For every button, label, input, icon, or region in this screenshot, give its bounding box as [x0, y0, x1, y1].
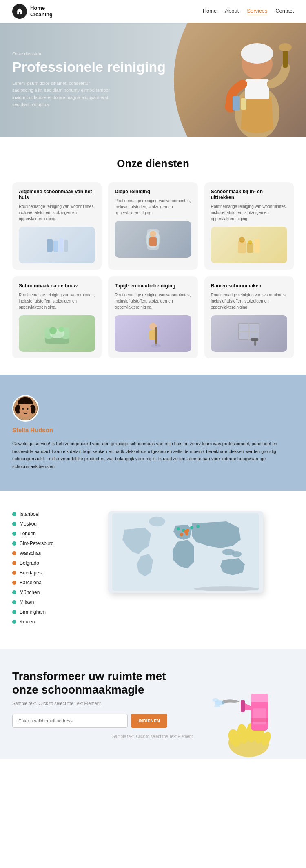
- location-name-9: Milaan: [20, 599, 34, 605]
- cta-section: Transformeer uw ruimte met onze schoonma…: [0, 649, 306, 759]
- cta-form: INDIENEN: [12, 714, 167, 728]
- svg-rect-17: [238, 241, 246, 253]
- avatar-image: [13, 395, 38, 422]
- location-dot-8: [12, 590, 16, 594]
- svg-rect-36: [251, 338, 258, 341]
- service-desc-1: Routinematige reiniging van woonruimtes,…: [115, 198, 191, 216]
- services-section: Onze diensten Algemene schoonmaak van he…: [0, 137, 306, 375]
- service-desc-4: Routinematige reiniging van woonruimtes,…: [115, 292, 191, 310]
- hero-description: Lorem ipsum dolor sit amet, consetetur s…: [12, 80, 110, 108]
- svg-point-67: [212, 698, 219, 702]
- svg-rect-9: [47, 239, 53, 252]
- svg-rect-12: [64, 240, 68, 252]
- location-dot-2: [12, 532, 16, 536]
- world-map-svg: [112, 513, 259, 591]
- hero-content: Onze diensten Professionele reiniging Lo…: [0, 39, 306, 121]
- svg-rect-69: [253, 708, 266, 724]
- cta-image: [192, 669, 306, 759]
- locations-section: Istanboel Moskou Londen Sint-Petersburg …: [0, 491, 306, 649]
- location-dot-3: [12, 541, 16, 546]
- location-name-3: Sint-Petersburg: [20, 541, 53, 546]
- service-card-5[interactable]: Ramen schoonmaken Routinematige reinigin…: [204, 276, 294, 358]
- location-0: Istanboel: [12, 511, 69, 517]
- location-dot-10: [12, 610, 16, 614]
- nav-contact[interactable]: Contact: [275, 8, 294, 15]
- service-desc-0: Routinematige reiniging van woonruimtes,…: [19, 203, 95, 222]
- service-card-1[interactable]: Diepe reiniging Routinematige reiniging …: [108, 182, 197, 270]
- world-map: [108, 511, 263, 593]
- location-3: Sint-Petersburg: [12, 541, 69, 546]
- nav-services[interactable]: Services: [247, 8, 267, 15]
- location-dot-7: [12, 581, 16, 585]
- location-dot-11: [12, 620, 16, 624]
- submit-button[interactable]: INDIENEN: [131, 714, 167, 728]
- locations-list: Istanboel Moskou Londen Sint-Petersburg …: [12, 511, 69, 629]
- spray-bottle-illustration: [204, 678, 294, 759]
- cta-content: Transformeer uw ruimte met onze schoonma…: [12, 669, 167, 728]
- svg-point-41: [20, 404, 31, 417]
- location-name-7: Barcelona: [20, 580, 42, 585]
- svg-point-27: [58, 327, 64, 332]
- cta-title: Transformeer uw ruimte met onze schoonma…: [12, 669, 167, 697]
- header: Home Cleaning Home About Services Contac…: [0, 0, 306, 23]
- svg-point-49: [196, 525, 200, 528]
- location-dot-0: [12, 512, 16, 516]
- location-dot-9: [12, 600, 16, 604]
- email-input[interactable]: [12, 714, 128, 728]
- home-icon: [16, 7, 24, 15]
- location-dot-6: [12, 571, 16, 575]
- service-title-1: Diepe reiniging: [115, 189, 191, 194]
- hero-title: Professionele reiniging: [12, 60, 294, 75]
- hero-section: Onze diensten Professionele reiniging Lo…: [0, 23, 306, 137]
- service-title-5: Ramen schoonmaken: [211, 283, 287, 289]
- location-dot-1: [12, 522, 16, 526]
- services-grid: Algemene schoonmaak van het huis Routine…: [12, 182, 294, 358]
- service-desc-2: Routinematige reiniging van woonruimtes,…: [211, 203, 287, 222]
- svg-rect-64: [251, 694, 268, 702]
- service-image-4: [115, 315, 191, 352]
- service-desc-5: Routinematige reiniging van woonruimtes,…: [211, 292, 287, 310]
- service-card-3[interactable]: Schoonmaak na de bouw Routinematige rein…: [12, 276, 102, 358]
- location-10: Birmingham: [12, 609, 69, 615]
- services-heading: Onze diensten: [12, 157, 294, 170]
- nav-about[interactable]: About: [225, 8, 239, 15]
- location-5: Belgrado: [12, 560, 69, 566]
- svg-rect-16: [149, 237, 157, 246]
- svg-point-21: [248, 240, 252, 244]
- service-image-3: [19, 315, 95, 352]
- svg-point-43: [27, 408, 29, 410]
- world-map-container: [78, 511, 294, 593]
- svg-point-55: [180, 533, 183, 536]
- service-card-2[interactable]: Schoonmaak bij in- en uittrekken Routine…: [204, 182, 294, 270]
- svg-point-31: [151, 344, 161, 348]
- svg-rect-70: [251, 718, 268, 722]
- location-name-8: München: [20, 590, 40, 595]
- svg-rect-19: [254, 239, 260, 253]
- service-title-0: Algemene schoonmaak van het huis: [19, 189, 95, 200]
- service-card-0[interactable]: Algemene schoonmaak van het huis Routine…: [12, 182, 102, 270]
- svg-point-26: [49, 327, 57, 334]
- service-image-1: [115, 221, 191, 258]
- svg-point-51: [190, 526, 193, 529]
- location-11: Keulen: [12, 619, 69, 625]
- location-9: Milaan: [12, 599, 69, 605]
- svg-point-20: [239, 237, 245, 243]
- svg-rect-30: [155, 327, 157, 346]
- svg-rect-11: [59, 238, 63, 252]
- location-name-10: Birmingham: [20, 609, 46, 615]
- location-7: Barcelona: [12, 580, 69, 585]
- nav-home[interactable]: Home: [203, 8, 217, 15]
- location-name-4: Warschau: [20, 550, 42, 556]
- service-title-4: Tapijt- en meubelreiniging: [115, 283, 191, 289]
- hero-tag: Onze diensten: [12, 51, 294, 56]
- location-name-1: Moskou: [20, 521, 37, 527]
- location-8: München: [12, 590, 69, 595]
- svg-point-54: [186, 529, 189, 532]
- location-name-6: Boedapest: [20, 570, 43, 576]
- testimonial-section: Stella Hudson Geweldige service! Ik heb …: [0, 375, 306, 491]
- location-name-2: Londen: [20, 531, 36, 537]
- service-title-3: Schoonmaak na de bouw: [19, 283, 95, 289]
- svg-point-15: [150, 231, 156, 237]
- svg-rect-10: [53, 241, 58, 252]
- service-card-4[interactable]: Tapijt- en meubelreiniging Routinematige…: [108, 276, 197, 358]
